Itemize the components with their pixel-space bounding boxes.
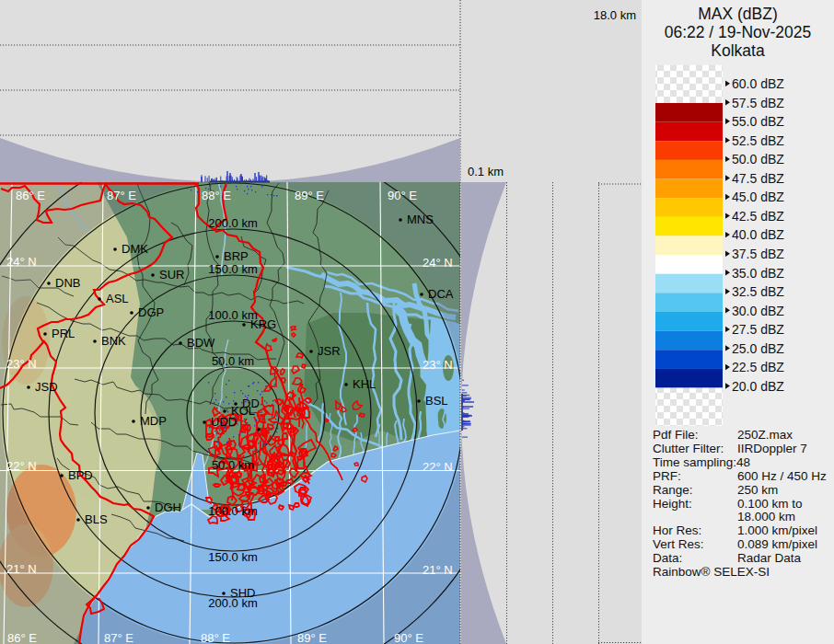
svg-text:JSD: JSD [35, 380, 58, 394]
svg-text:Height:: Height: [653, 497, 692, 511]
svg-text:200.0 km: 200.0 km [208, 216, 257, 230]
svg-text:40.0 dBZ: 40.0 dBZ [732, 227, 784, 242]
svg-text:21° N: 21° N [6, 562, 37, 576]
svg-text:Rainbow® SELEX-SI: Rainbow® SELEX-SI [653, 565, 770, 579]
svg-text:0.089 km/pixel: 0.089 km/pixel [737, 537, 817, 551]
svg-text:86° E: 86° E [7, 631, 37, 644]
svg-text:DNB: DNB [55, 276, 80, 290]
svg-text:47.5 dBZ: 47.5 dBZ [732, 171, 784, 186]
svg-text:150.0 km: 150.0 km [208, 550, 257, 564]
svg-text:32.5 dBZ: 32.5 dBZ [732, 284, 784, 299]
svg-text:06:22 / 19-Nov-2025: 06:22 / 19-Nov-2025 [665, 23, 812, 41]
svg-text:50.0 km: 50.0 km [212, 458, 254, 472]
svg-text:24° N: 24° N [6, 255, 37, 269]
svg-text:Hor Res:: Hor Res: [653, 523, 701, 537]
svg-text:150.0 km: 150.0 km [208, 262, 257, 276]
svg-text:MDP: MDP [140, 414, 167, 428]
svg-text:BRP: BRP [224, 249, 249, 263]
svg-text:30.0 dBZ: 30.0 dBZ [732, 304, 784, 318]
svg-text:88° E: 88° E [202, 189, 231, 202]
svg-text:BSL: BSL [425, 394, 448, 408]
svg-text:BNK: BNK [101, 334, 126, 348]
svg-text:50.0 km: 50.0 km [212, 354, 254, 368]
svg-text:IIRDoppler 7: IIRDoppler 7 [737, 442, 807, 455]
svg-text:89° E: 89° E [295, 189, 324, 202]
svg-text:BLS: BLS [85, 512, 108, 526]
svg-text:87° E: 87° E [107, 189, 136, 202]
svg-text:250 km: 250 km [737, 483, 778, 497]
svg-text:250Z.max: 250Z.max [737, 428, 793, 442]
svg-text:600 Hz / 450 Hz: 600 Hz / 450 Hz [737, 469, 827, 483]
svg-text:ASL: ASL [106, 292, 129, 305]
svg-text:0.1 km: 0.1 km [468, 165, 504, 178]
svg-text:42.5 dBZ: 42.5 dBZ [732, 209, 784, 224]
svg-text:37.5 dBZ: 37.5 dBZ [732, 247, 784, 261]
svg-text:90° E: 90° E [388, 189, 417, 202]
svg-text:PRL: PRL [52, 327, 75, 340]
svg-text:Kolkata: Kolkata [711, 41, 765, 60]
svg-text:KRG: KRG [250, 317, 276, 331]
svg-text:Clutter Filter:: Clutter Filter: [653, 442, 724, 455]
svg-text:1.000 km/pixel: 1.000 km/pixel [737, 523, 817, 537]
svg-text:Time sampling:48: Time sampling:48 [653, 455, 750, 469]
svg-text:Vert Res:: Vert Res: [653, 537, 704, 551]
svg-text:45.0 dBZ: 45.0 dBZ [732, 190, 784, 204]
svg-text:55.0 dBZ: 55.0 dBZ [732, 114, 784, 129]
svg-text:Pdf File:: Pdf File: [653, 428, 699, 442]
svg-text:22.5 dBZ: 22.5 dBZ [732, 360, 784, 374]
svg-text:KHL: KHL [353, 377, 376, 391]
svg-text:88° E: 88° E [201, 631, 230, 644]
svg-text:Data:: Data: [653, 551, 682, 565]
svg-text:MAX (dBZ): MAX (dBZ) [698, 5, 778, 23]
svg-text:DMK: DMK [122, 242, 148, 256]
svg-text:21° N: 21° N [423, 563, 453, 577]
svg-text:87° E: 87° E [104, 631, 133, 644]
svg-text:JSR: JSR [318, 344, 341, 358]
svg-text:BPD: BPD [68, 468, 93, 482]
svg-text:22° N: 22° N [6, 459, 37, 473]
svg-text:23° N: 23° N [423, 358, 453, 372]
svg-text:DCA: DCA [428, 287, 454, 301]
svg-text:20.0 dBZ: 20.0 dBZ [732, 379, 784, 394]
svg-text:0.100 km to: 0.100 km to [737, 497, 803, 511]
svg-text:50.0 dBZ: 50.0 dBZ [732, 152, 784, 167]
svg-text:52.5 dBZ: 52.5 dBZ [732, 133, 784, 148]
svg-text:35.0 dBZ: 35.0 dBZ [732, 266, 784, 281]
svg-text:DGP: DGP [138, 305, 164, 319]
svg-text:18.0 km: 18.0 km [594, 8, 636, 22]
svg-text:PRF:: PRF: [653, 469, 681, 483]
svg-text:22° N: 22° N [423, 460, 453, 474]
svg-text:100.0 km: 100.0 km [208, 504, 257, 518]
svg-text:90° E: 90° E [394, 631, 423, 644]
svg-text:SUR: SUR [159, 268, 184, 282]
svg-text:23° N: 23° N [6, 357, 37, 371]
svg-text:UDD: UDD [211, 415, 237, 429]
svg-text:57.5 dBZ: 57.5 dBZ [732, 96, 784, 110]
svg-text:86° E: 86° E [16, 189, 45, 202]
svg-text:BDW: BDW [187, 336, 215, 350]
svg-text:24° N: 24° N [423, 256, 453, 270]
svg-text:DGH: DGH [155, 500, 181, 514]
svg-text:MNS: MNS [407, 213, 434, 226]
svg-text:89° E: 89° E [297, 631, 327, 644]
svg-text:25.0 dBZ: 25.0 dBZ [732, 341, 784, 356]
svg-text:60.0 dBZ: 60.0 dBZ [732, 76, 784, 91]
svg-text:18.000 km: 18.000 km [737, 510, 795, 523]
svg-text:SHD: SHD [230, 586, 255, 600]
svg-text:27.5 dBZ: 27.5 dBZ [732, 322, 784, 337]
svg-text:Radar Data: Radar Data [737, 551, 802, 565]
svg-text:Range:: Range: [653, 483, 693, 497]
